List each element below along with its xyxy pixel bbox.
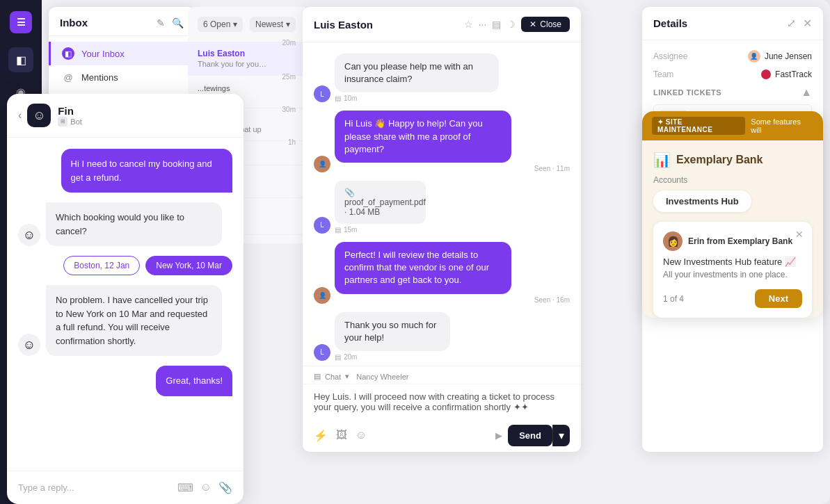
chat-contact-name: Luis Easton [314,19,373,31]
fin-msg-row-bot-2: ☺ No problem. I have cancelled your trip… [18,285,232,356]
star-icon[interactable]: ☆ [464,19,473,30]
bank-logo-icon: 📊 [653,152,671,168]
channel-dropdown-icon[interactable]: ▾ [345,372,349,381]
fin-msg-bot-2: No problem. I have cancelled your trip t… [46,285,222,356]
fin-messages: Hi I need to cancel my booking and get a… [7,138,244,471]
attachment-icon-fin[interactable]: 📎 [218,481,232,494]
fin-back-button[interactable]: ‹ [18,109,22,122]
msg-bubble-1: Can you please help me with an insurance… [335,54,499,92]
search-icon[interactable]: 🔍 [172,17,184,29]
notif-header: 👩 Erin from Exemplary Bank ✕ [663,231,802,251]
fin-header: ‹ ☺ Fin ⊞ Bot [7,94,244,138]
next-button[interactable]: Next [755,289,802,308]
image-icon[interactable]: 🖼 [336,429,347,442]
chat-messages: L Can you please help me with an insuran… [303,42,581,366]
msg-bubble-4: Perfect! I will review the details to co… [335,242,511,294]
fin-name-area: Fin ⊞ Bot [58,105,82,127]
inbox-title: Inbox [60,17,88,29]
send-button[interactable]: Send [508,425,552,446]
details-header-icons: ⤢ ✕ [787,17,812,30]
fin-footer: Type a reply... ⌨ ☺ 📎 [7,471,244,504]
assignee-row: Assignee 👤 June Jensen [653,50,812,63]
fin-footer-icons: ⌨ ☺ 📎 [177,481,232,494]
emoji-icon[interactable]: ☺ [356,429,367,442]
chat-header: Luis Easton ☆ ··· ▤ ☽ ✕ Close [303,7,581,42]
close-button[interactable]: ✕ Close [521,17,570,32]
nav-inbox[interactable]: ◧ [8,47,33,72]
msg-avatar-5: L [314,344,330,361]
send-arrow[interactable]: ▶ [495,430,502,441]
msg-row-1: L Can you please help me with an insuran… [314,54,570,102]
send-button-group: Send ▾ [508,425,570,446]
bolt-icon[interactable]: ⚡ [314,429,328,442]
chat-compose-input[interactable]: Hey Luis. I will proceed now with creati… [303,384,581,419]
sort-filter[interactable]: Newest ▾ [250,17,296,32]
notif-title: New Investments Hub feature 📈 [663,257,802,267]
emoji-icon-fin[interactable]: ☺ [200,481,212,494]
expand-icon[interactable]: ⤢ [787,17,796,30]
fin-bot-icon: ⊞ [58,117,67,127]
fin-reply-input[interactable]: Type a reply... [18,482,74,493]
fin-panel: ‹ ☺ Fin ⊞ Bot Hi I need to cancel my boo… [7,94,244,504]
details-title: Details [653,17,687,29]
investments-hub-button[interactable]: Investments Hub [653,190,751,212]
inbox-sidebar-header: Inbox ✎ 🔍 [49,7,195,36]
transcript-icon[interactable]: ▤ [492,19,501,30]
more-icon[interactable]: ··· [479,19,487,30]
maintenance-text: Some features will [751,117,813,134]
msg-bubble-5: Thank you so much for your help! [335,312,450,351]
conv-item-time-4: 1h [288,138,296,158]
team-value: FastTrack [761,70,812,79]
bank-popup: ✦ SITE MAINTENANCE Some features will 📊 … [642,111,823,318]
msg-avatar-agent-1: 👤 [314,156,330,172]
msg-row-2: Hi Luis 👋 Happy to help! Can you please … [314,111,570,172]
fin-msg-user-2: Great, thanks! [156,366,232,396]
fin-name: Fin [58,105,82,117]
compose-icon[interactable]: ✎ [157,17,165,29]
assignee-label: Assignee [653,51,687,61]
maintenance-bar: ✦ SITE MAINTENANCE Some features will [642,111,823,140]
chat-compose-area: ▤ Chat ▾ Nancy Wheeler Hey Luis. I will … [303,366,581,452]
attachment-icon: 📎 [344,188,355,197]
msg-avatar-1: L [314,86,330,102]
chat-header-icons: ☆ ··· ▤ ☽ ✕ Close [464,17,570,32]
sidebar-item-your-inbox[interactable]: ◧ Your Inbox [49,42,195,65]
fin-choices: Boston, 12 Jan New York, 10 Mar [63,256,232,275]
msg-avatar-3: L [314,217,330,234]
mentions-icon: @ [62,71,74,83]
linked-tickets-collapse-icon[interactable]: ▲ [801,86,812,99]
open-filter[interactable]: 6 Open ▾ [198,17,243,32]
conv-item-name: Luis Easton [198,49,267,58]
fin-choice-boston[interactable]: Boston, 12 Jan [63,256,140,275]
chat-compose-toolbar: ⚡ 🖼 ☺ ▶ Send ▾ [303,419,581,452]
msg-row-4: Perfect! I will review the details to co… [314,242,570,304]
msg-meta-5: ▤ 20m [335,353,488,361]
fin-msg-bot-1: Which booking would you like to cancel? [46,202,222,246]
send-dropdown[interactable]: ▾ [552,425,570,446]
fin-msg-user-1: Hi I need to cancel my booking and get a… [61,149,232,193]
notif-sender: Erin from Exemplary Bank [688,236,792,246]
keyboard-icon[interactable]: ⌨ [177,481,193,494]
notif-avatar: 👩 [663,231,683,251]
team-name: FastTrack [775,70,812,79]
notif-footer: 1 of 4 Next [663,289,802,308]
send-area: ▶ Send ▾ [495,425,570,446]
fin-choice-newyork[interactable]: New York, 10 Mar [145,256,232,275]
msg-row-3: L 📎 proof_of_payment.pdf · 1.04 MB ▤ 15m [314,181,570,234]
close-details-icon[interactable]: ✕ [803,17,812,30]
conv-item-luis[interactable]: Luis Easton Thank you for your... 20m [188,42,305,76]
bank-name: Exemplary Bank [676,154,763,166]
snooze-icon[interactable]: ☽ [506,19,516,30]
team-icon [761,70,771,79]
team-label: Team [653,70,673,79]
close-icon: ✕ [529,19,536,29]
notif-close-icon[interactable]: ✕ [795,229,804,240]
bank-body: 📊 Exemplary Bank Accounts Investments Hu… [642,140,823,318]
assignee-value: 👤 June Jensen [748,50,812,63]
bank-logo-row: 📊 Exemplary Bank [653,152,812,168]
assignee-avatar: 👤 [748,50,760,63]
fin-bot-label: ⊞ Bot [58,117,82,127]
sidebar-item-mentions[interactable]: @ Mentions [49,65,195,89]
linked-tickets-label: LINKED TICKETS [653,88,721,97]
msg-meta-3: ▤ 15m [335,226,486,234]
